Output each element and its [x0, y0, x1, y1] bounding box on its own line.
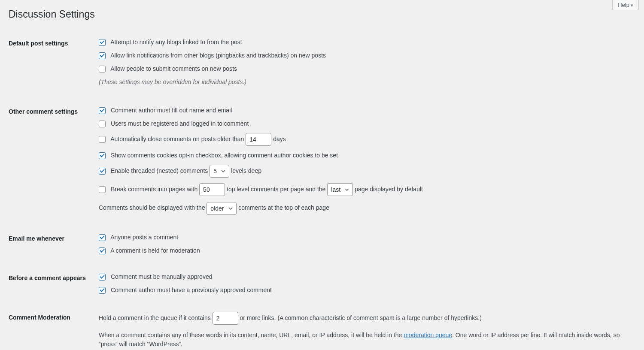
cookies-optin-row[interactable]: Show comments cookies opt-in checkbox, a…	[99, 151, 631, 160]
auto-close-row: Automatically close comments on posts ol…	[99, 133, 631, 146]
order-post: comments at the top of each page	[238, 204, 329, 211]
prev-approved-label: Comment author must have a previously ap…	[111, 287, 272, 293]
section-heading-moderation: Comment Moderation	[9, 305, 94, 350]
notify-blogs-row[interactable]: Attempt to notify any blogs linked to fr…	[99, 38, 631, 47]
threaded-label-wrap[interactable]: Enable threaded (nested) comments	[99, 167, 210, 174]
break-pages-default-select[interactable]: last	[327, 183, 353, 196]
threaded-post: levels deep	[231, 167, 261, 174]
notify-blogs-label: Attempt to notify any blogs linked to fr…	[110, 39, 242, 45]
held-moderation-checkbox[interactable]	[99, 247, 106, 254]
allow-comments-checkbox[interactable]	[99, 66, 106, 72]
hold-links-count-input[interactable]	[213, 312, 238, 325]
break-pages-checkbox[interactable]	[99, 186, 106, 193]
allow-pingbacks-checkbox[interactable]	[99, 52, 106, 59]
anyone-posts-row[interactable]: Anyone posts a comment	[99, 233, 631, 242]
moderation-fieldset: Hold a comment in the queue if it contai…	[99, 312, 631, 350]
require-registration-row[interactable]: Users must be registered and logged in t…	[99, 119, 631, 128]
hold-links-row: Hold a comment in the queue if it contai…	[99, 312, 631, 325]
threaded-depth-select[interactable]: 5	[210, 165, 229, 178]
default-post-fieldset: Attempt to notify any blogs linked to fr…	[99, 38, 631, 93]
require-name-email-label: Comment author must fill out name and em…	[111, 107, 232, 114]
other-comment-fieldset: Comment author must fill out name and em…	[99, 106, 631, 220]
auto-close-post: days	[273, 136, 286, 142]
allow-comments-row[interactable]: Allow people to submit comments on new p…	[99, 64, 631, 73]
allow-pingbacks-row[interactable]: Allow link notifications from other blog…	[99, 51, 631, 60]
break-pages-mid: top level comments per page and the	[227, 186, 327, 193]
moderation-desc: When a comment contains any of these wor…	[99, 331, 631, 349]
threaded-row: Enable threaded (nested) comments 5 leve…	[99, 164, 631, 178]
hold-links-post: or more links. (A common characteristic …	[240, 314, 481, 321]
override-note: (These settings may be overridden for in…	[99, 78, 631, 87]
cookies-optin-label: Show comments cookies opt-in checkbox, a…	[111, 152, 338, 159]
require-name-email-checkbox[interactable]	[99, 107, 106, 114]
manual-approve-label: Comment must be manually approved	[111, 273, 213, 280]
break-pages-pre: Break comments into pages with	[111, 186, 199, 193]
help-label: Help	[618, 2, 629, 8]
section-heading-before-appears: Before a comment appears	[9, 266, 94, 305]
break-pages-perpage-input[interactable]	[199, 183, 225, 196]
section-heading-other-comment: Other comment settings	[9, 100, 94, 226]
break-pages-row: Break comments into pages with top level…	[99, 183, 631, 196]
settings-table: Default post settings Attempt to notify …	[9, 31, 635, 350]
hold-links-pre: Hold a comment in the queue if it contai…	[99, 314, 213, 321]
break-pages-post: page displayed by default	[355, 186, 423, 193]
notify-blogs-checkbox[interactable]	[99, 39, 106, 46]
section-heading-default-post: Default post settings	[9, 31, 94, 100]
auto-close-days-input[interactable]	[246, 133, 271, 146]
manual-approve-row[interactable]: Comment must be manually approved	[99, 272, 631, 281]
email-me-fieldset: Anyone posts a comment A comment is held…	[99, 233, 631, 259]
allow-pingbacks-label: Allow link notifications from other blog…	[110, 52, 326, 59]
page-title: Discussion Settings	[9, 4, 635, 23]
cookies-optin-checkbox[interactable]	[99, 152, 106, 159]
prev-approved-checkbox[interactable]	[99, 287, 106, 294]
require-registration-checkbox[interactable]	[99, 121, 106, 127]
break-pages-label-wrap[interactable]: Break comments into pages with	[99, 186, 199, 193]
threaded-checkbox[interactable]	[99, 168, 106, 175]
comment-order-select[interactable]: older	[207, 202, 237, 215]
section-heading-email-me: Email me whenever	[9, 226, 94, 266]
anyone-posts-label: Anyone posts a comment	[110, 234, 178, 241]
auto-close-checkbox[interactable]	[99, 136, 106, 143]
anyone-posts-checkbox[interactable]	[99, 234, 106, 241]
comment-order-row: Comments should be displayed with the ol…	[99, 201, 631, 214]
moderation-desc-pre: When a comment contains any of these wor…	[99, 332, 404, 338]
held-moderation-row[interactable]: A comment is held for moderation	[99, 246, 631, 255]
allow-comments-label: Allow people to submit comments on new p…	[110, 65, 237, 72]
threaded-pre: Enable threaded (nested) comments	[111, 167, 210, 174]
settings-wrap: Discussion Settings Default post setting…	[0, 0, 644, 350]
help-tab[interactable]: Help	[612, 0, 639, 10]
before-appears-fieldset: Comment must be manually approved Commen…	[99, 272, 631, 299]
prev-approved-row[interactable]: Comment author must have a previously ap…	[99, 286, 631, 295]
moderation-queue-link[interactable]: moderation queue	[404, 332, 452, 338]
order-pre: Comments should be displayed with the	[99, 204, 207, 211]
held-moderation-label: A comment is held for moderation	[110, 247, 200, 254]
manual-approve-checkbox[interactable]	[99, 274, 106, 281]
require-registration-label: Users must be registered and logged in t…	[111, 120, 249, 127]
require-name-email-row[interactable]: Comment author must fill out name and em…	[99, 106, 631, 115]
auto-close-label-wrap[interactable]: Automatically close comments on posts ol…	[99, 136, 246, 142]
auto-close-pre: Automatically close comments on posts ol…	[110, 136, 246, 142]
